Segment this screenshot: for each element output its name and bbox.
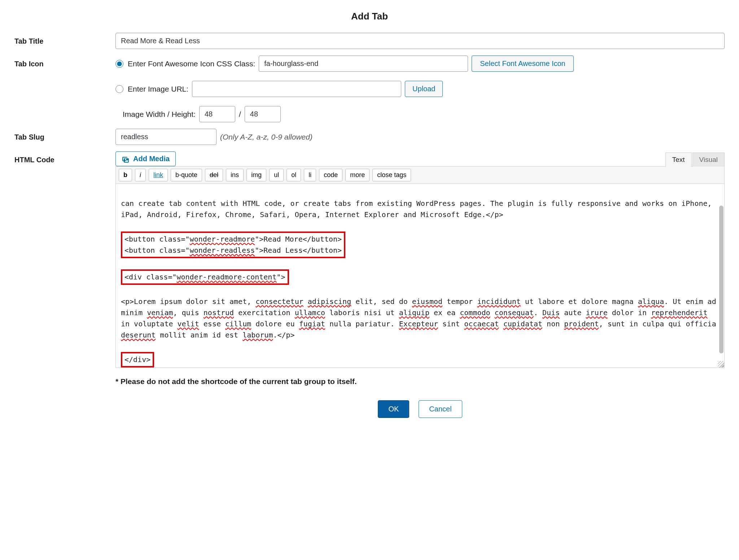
tb-ul[interactable]: ul (269, 169, 284, 181)
tab-icon-label: Tab Icon (14, 56, 115, 68)
code-text: wonder-readmore-content (177, 273, 277, 281)
code-text: ">Read Less</button> (255, 246, 342, 255)
tb-i[interactable]: i (135, 169, 146, 181)
image-height-input[interactable] (245, 106, 281, 122)
code-text: <div class=" (124, 273, 177, 281)
scrollbar[interactable] (719, 206, 723, 357)
shortcode-warning: * Please do not add the shortcode of the… (115, 377, 725, 386)
img-radio-label: Enter Image URL: (128, 85, 188, 93)
tab-title-input[interactable] (115, 33, 725, 49)
tb-ol[interactable]: ol (287, 169, 301, 181)
code-lorem: <p>Lorem ipsum dolor sit amet, consectet… (121, 297, 721, 339)
code-text: </div> (124, 355, 150, 364)
tb-closetags[interactable]: close tags (372, 169, 411, 181)
editor-line-truncated: can create tab content with HTML code, o… (121, 199, 716, 219)
tb-link[interactable]: link (149, 169, 168, 181)
tab-text[interactable]: Text (665, 153, 692, 167)
code-text: ">Read More</button> (255, 235, 342, 243)
resize-handle[interactable] (718, 361, 724, 367)
highlight-readmore-buttons: <button class="wonder-readmore">Read Mor… (121, 232, 345, 258)
select-fa-icon-button[interactable]: Select Font Awesome Icon (472, 56, 573, 72)
tb-bquote[interactable]: b-quote (171, 169, 202, 181)
upload-button[interactable]: Upload (405, 81, 443, 97)
tb-b[interactable]: b (119, 169, 132, 181)
tab-visual[interactable]: Visual (692, 153, 725, 167)
highlight-readmore-div-close: </div> (121, 352, 154, 367)
html-code-label: HTML Code (14, 151, 115, 164)
tb-more[interactable]: more (345, 169, 370, 181)
add-media-button[interactable]: Add Media (115, 151, 176, 166)
code-text: wonder-readmore (190, 235, 255, 243)
fa-radio[interactable] (115, 60, 123, 68)
ok-button[interactable]: OK (378, 400, 409, 418)
editor-toolbar: b i link b-quote del ins img ul ol li co… (115, 166, 725, 184)
tab-title-label: Tab Title (14, 33, 115, 45)
tb-li[interactable]: li (304, 169, 316, 181)
code-text: <button class=" (124, 246, 190, 255)
html-code-editor[interactable]: can create tab content with HTML code, o… (115, 184, 725, 368)
image-width-input[interactable] (199, 106, 235, 122)
tb-img[interactable]: img (246, 169, 266, 181)
tab-slug-input[interactable] (115, 129, 217, 145)
code-text: <button class=" (124, 235, 190, 243)
img-radio[interactable] (115, 85, 123, 93)
fa-class-input[interactable] (259, 56, 468, 72)
image-dim-label: Image Width / Height: (123, 110, 196, 119)
dialog-title: Add Tab (14, 11, 725, 22)
tab-slug-label: Tab Slug (14, 129, 115, 141)
media-icon (122, 155, 130, 163)
tb-del[interactable]: del (205, 169, 223, 181)
cancel-button[interactable]: Cancel (419, 400, 462, 418)
dim-slash: / (239, 110, 241, 119)
tb-ins[interactable]: ins (226, 169, 244, 181)
slug-hint: (Only A-Z, a-z, 0-9 allowed) (220, 133, 312, 141)
code-text: wonder-readless (190, 246, 255, 255)
add-media-label: Add Media (133, 155, 170, 163)
code-text: "> (276, 273, 285, 281)
tb-code[interactable]: code (319, 169, 342, 181)
image-url-input[interactable] (192, 81, 401, 97)
fa-radio-label: Enter Font Awesome Icon CSS Class: (128, 59, 255, 68)
highlight-readmore-div-open: <div class="wonder-readmore-content"> (121, 269, 289, 285)
